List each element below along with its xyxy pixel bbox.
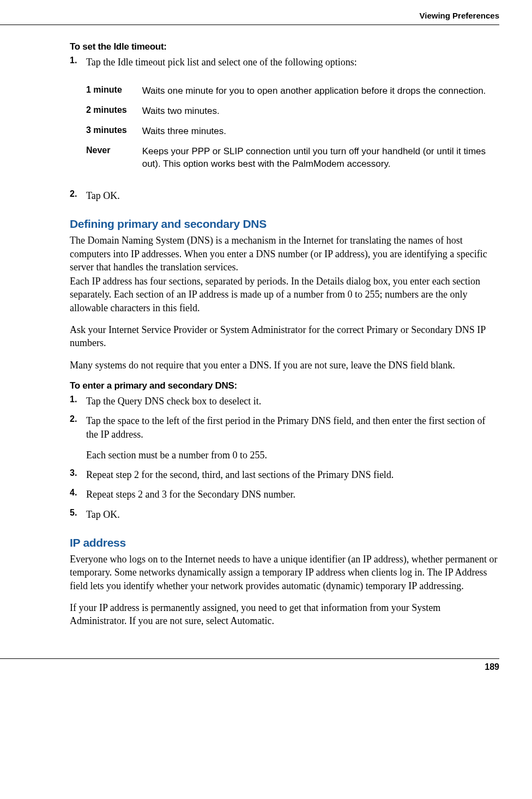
step-number: 4.	[70, 488, 86, 501]
idle-timeout-steps: 1. Tap the Idle timeout pick list and se…	[70, 56, 499, 69]
dns-steps: 1. Tap the Query DNS check box to desele…	[70, 395, 499, 521]
step-text: Tap OK.	[86, 508, 499, 521]
body-paragraph: The Domain Naming System (DNS) is a mech…	[70, 234, 499, 274]
step-number: 1.	[70, 56, 86, 69]
body-paragraph: Everyone who logs on to the Internet nee…	[70, 553, 499, 592]
step-number: 2.	[70, 189, 86, 202]
idle-timeout-heading: To set the Idle timeout:	[70, 41, 499, 52]
step-text: Tap the Idle timeout pick list and selec…	[86, 56, 499, 69]
body-paragraph: If your IP address is permanently assign…	[70, 601, 499, 628]
option-description: Keeps your PPP or SLIP connection until …	[142, 146, 499, 171]
dns-heading: Defining primary and secondary DNS	[70, 217, 499, 231]
option-label: 3 minutes	[86, 125, 142, 138]
option-description: Waits two minutes.	[142, 105, 499, 118]
header-title: Viewing Preferences	[420, 11, 499, 20]
list-item: 1. Tap the Idle timeout pick list and se…	[70, 56, 499, 69]
step-text: Tap OK.	[86, 189, 499, 202]
list-item: 1. Tap the Query DNS check box to desele…	[70, 395, 499, 408]
ip-heading: IP address	[70, 536, 499, 549]
step-text: Tap the Query DNS check box to deselect …	[86, 395, 499, 408]
table-row: 2 minutes Waits two minutes.	[86, 105, 499, 118]
footer-rule	[0, 658, 499, 659]
option-description: Waits three minutes.	[142, 125, 499, 138]
option-label: Never	[86, 146, 142, 171]
body-paragraph: Many systems do not require that you ent…	[70, 359, 499, 372]
page-footer: 189	[0, 658, 532, 683]
step-number: 5.	[70, 508, 86, 521]
idle-timeout-steps-2: 2. Tap OK.	[70, 189, 499, 202]
list-item: 2. Tap the space to the left of the firs…	[70, 414, 499, 462]
timeout-options-table: 1 minute Waits one minute for you to ope…	[86, 77, 499, 178]
step-number: 3.	[70, 468, 86, 481]
option-description: Waits one minute for you to open another…	[142, 85, 499, 98]
page-content: To set the Idle timeout: 1. Tap the Idle…	[0, 25, 532, 647]
body-paragraph: Each IP address has four sections, separ…	[70, 275, 499, 314]
list-item: 4. Repeat steps 2 and 3 for the Secondar…	[70, 488, 499, 501]
table-row: 3 minutes Waits three minutes.	[86, 125, 499, 138]
list-item: 2. Tap OK.	[70, 189, 499, 202]
body-paragraph: Ask your Internet Service Provider or Sy…	[70, 323, 499, 350]
table-row: Never Keeps your PPP or SLIP connection …	[86, 146, 499, 171]
step-text: Tap the space to the left of the first p…	[86, 414, 499, 441]
step-number: 2.	[70, 414, 86, 462]
running-header: Viewing Preferences	[0, 0, 532, 25]
step-text: Repeat step 2 for the second, third, and…	[86, 468, 499, 481]
step-text: Repeat steps 2 and 3 for the Secondary D…	[86, 488, 499, 501]
option-label: 2 minutes	[86, 105, 142, 118]
list-item: 5. Tap OK.	[70, 508, 499, 521]
step-number: 1.	[70, 395, 86, 408]
table-row: 1 minute Waits one minute for you to ope…	[86, 85, 499, 98]
list-item: 3. Repeat step 2 for the second, third, …	[70, 468, 499, 481]
dns-enter-heading: To enter a primary and secondary DNS:	[70, 380, 499, 391]
step-subtext: Each section must be a number from 0 to …	[86, 449, 499, 462]
page-number: 189	[0, 662, 499, 672]
option-label: 1 minute	[86, 85, 142, 98]
